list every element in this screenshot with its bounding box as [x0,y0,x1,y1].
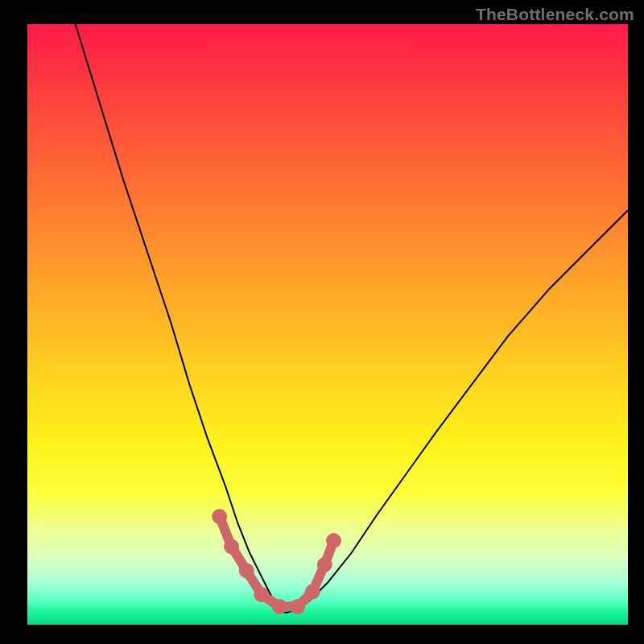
marker-dot [317,557,332,572]
gradient-plot-area [27,24,628,625]
marker-dot [239,564,254,578]
marker-dot [327,534,341,548]
marker-dot [291,600,305,614]
chart-frame: TheBottleneck.com [0,0,644,644]
marker-group [213,510,341,614]
marker-dot [225,539,239,554]
marker-dot [254,588,269,602]
watermark-text: TheBottleneck.com [476,5,634,24]
bottleneck-curve [76,24,628,613]
chart-svg [27,24,628,625]
marker-dot [305,584,320,599]
marker-dot [272,600,287,614]
marker-dot [213,510,227,524]
